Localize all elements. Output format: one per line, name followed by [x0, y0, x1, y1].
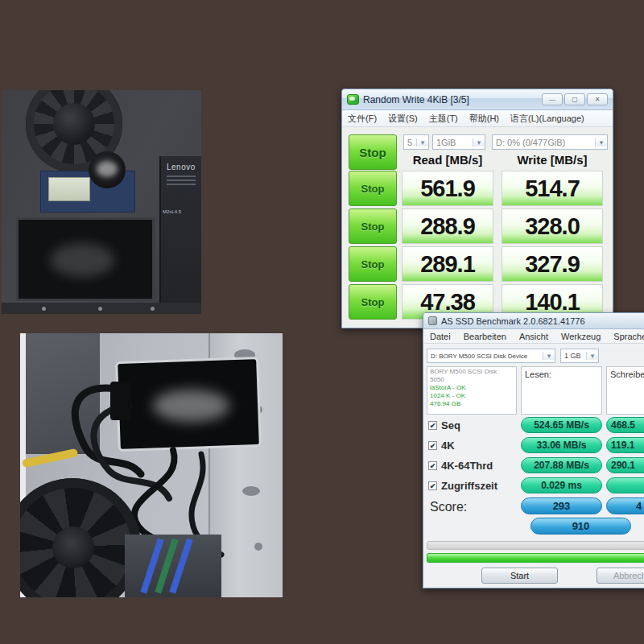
asssd-window: AS SSD Benchmark 2.0.6821.41776 Datei Be…: [423, 312, 644, 588]
screw: [42, 307, 46, 311]
coin-battery-label: [97, 161, 118, 177]
stop-all-button[interactable]: Stop: [349, 134, 397, 170]
screw: [151, 307, 155, 311]
seq-checkbox[interactable]: ✔: [428, 421, 437, 430]
cdm-titlebar[interactable]: Random Write 4KiB [3/5] — ▢ ✕: [342, 89, 613, 110]
read-column-header: Read [MB/s]: [402, 153, 493, 167]
access-label: Zugriffszeit: [441, 480, 497, 492]
menu-werkzeug[interactable]: Werkzeug: [555, 332, 607, 341]
asssd-app-icon: [428, 316, 437, 325]
test-size-select[interactable]: 1GiB ▾: [432, 134, 485, 150]
write-value-row2: 328.0: [502, 208, 603, 244]
battery-label-line: [167, 184, 196, 185]
menu-sprache[interactable]: Sprache: [607, 332, 644, 341]
asssd-drive-select[interactable]: D: BORY M500 SCSI Disk Device ▾: [427, 349, 555, 363]
screw: [98, 307, 102, 311]
menu-theme[interactable]: 主题(T): [423, 113, 464, 125]
menu-file[interactable]: 文件(F): [342, 113, 382, 125]
menu-ansicht[interactable]: Ansicht: [513, 332, 555, 341]
close-button[interactable]: ✕: [587, 93, 608, 105]
menu-bearbeiten[interactable]: Bearbeiten: [457, 332, 513, 341]
access-checkbox[interactable]: ✔: [428, 481, 437, 490]
motherboard-area: [125, 535, 221, 597]
chevron-down-icon: ▾: [586, 352, 598, 360]
alignment-status: 1024 K - OK: [427, 391, 516, 399]
cdm-menubar: 文件(F) 设置(S) 主题(T) 帮助(H) 语言(L)(Language): [342, 110, 613, 127]
drive-value: D: 0% (0/477GiB): [493, 138, 595, 147]
score-read-value: 293: [521, 497, 602, 514]
4k-label: 4K: [441, 440, 455, 452]
seq-read-value: 524.65 MB/s: [521, 417, 602, 433]
driver-status: iaStorA - OK: [427, 383, 516, 391]
menu-datei[interactable]: Datei: [423, 332, 457, 341]
wifi-module: [48, 177, 90, 201]
seq-write-value: 468.5: [606, 417, 644, 433]
read-value-row1: 561.9: [402, 171, 493, 206]
4k-write-value: 119.1: [606, 437, 644, 453]
seq-row-label: ✔ Seq: [428, 419, 460, 431]
menu-help[interactable]: 帮助(H): [464, 113, 505, 125]
asssd-size-select[interactable]: 1 GB ▾: [560, 349, 599, 363]
lenovo-logo: Lenovo: [161, 156, 201, 173]
read-header-panel: Lesen:: [521, 366, 602, 415]
asssd-drive-value: D: BORY M500 SCSI Disk Device: [427, 353, 543, 360]
progress-track: [427, 541, 644, 550]
score-label: Score:: [430, 500, 467, 514]
m2-slot-label: M2xL4.5: [163, 209, 181, 214]
4k64-read-value: 207.88 MB/s: [521, 457, 602, 473]
test-size-value: 1GiB: [433, 138, 473, 147]
write-value-row1: 514.7: [502, 171, 603, 206]
laptop-internals-photo: Lenovo M2xL4.5: [2, 90, 201, 314]
score-total-value: 910: [530, 518, 631, 535]
4k64-row-label: ✔ 4K-64Thrd: [428, 460, 493, 472]
menu-settings[interactable]: 设置(S): [382, 113, 423, 125]
stop-row3-button[interactable]: Stop: [349, 246, 397, 282]
4k64-write-value: 290.1: [606, 457, 644, 473]
4k64-checkbox[interactable]: ✔: [428, 461, 437, 470]
drive-info-panel: BORY M500 SCSI Disk 5050 iaStorA - OK 10…: [427, 366, 517, 415]
write-column-label: Schreiben:: [607, 367, 644, 382]
seq-label: Seq: [441, 419, 460, 431]
maximize-button[interactable]: ▢: [564, 93, 585, 105]
case-fan-hub: [52, 526, 94, 568]
read-column-label: Lesen:: [522, 367, 601, 382]
access-write-value: 0.11: [606, 477, 644, 493]
asssd-titlebar[interactable]: AS SSD Benchmark 2.0.6821.41776: [423, 313, 644, 329]
cdm-client-area: Stop 5 ▾ 1GiB ▾ D: 0% (0/477GiB) ▾ Read …: [342, 127, 613, 328]
lenovo-battery: Lenovo: [159, 156, 201, 303]
drive-capacity: 476.94 GB: [427, 399, 516, 407]
progress-bar: [427, 553, 644, 563]
drive-name: BORY M500 SCSI Disk: [427, 367, 516, 375]
laptop-fan-hub: [53, 103, 95, 145]
write-column-header: Write [MB/s]: [502, 153, 603, 167]
minimize-button[interactable]: —: [542, 93, 563, 105]
4k-checkbox[interactable]: ✔: [428, 441, 437, 450]
read-value-row2: 288.9: [402, 208, 493, 244]
stop-row4-button[interactable]: Stop: [349, 284, 397, 320]
drive-select[interactable]: D: 0% (0/477GiB) ▾: [492, 134, 608, 150]
score-write-value: 4: [606, 497, 644, 514]
access-read-value: 0.029 ms: [521, 477, 602, 493]
cdm-app-icon: [347, 94, 359, 105]
cancel-button[interactable]: Abbrechen: [597, 568, 644, 584]
stop-row1-button[interactable]: Stop: [349, 171, 397, 206]
asssd-menubar: Datei Bearbeiten Ansicht Werkzeug Sprach…: [423, 329, 644, 344]
asssd-size-value: 1 GB: [561, 352, 586, 360]
battery-label-line: [167, 175, 196, 177]
write-value-row3: 327.9: [502, 246, 603, 282]
drive-firmware: 5050: [427, 375, 516, 383]
4k-read-value: 33.06 MB/s: [521, 437, 602, 453]
battery-label-line: [167, 180, 196, 181]
cdm-window-title: Random Write 4KiB [3/5]: [363, 94, 469, 105]
access-row-label: ✔ Zugriffszeit: [428, 480, 497, 492]
menu-language[interactable]: 语言(L)(Language): [505, 113, 590, 125]
start-button[interactable]: Start: [481, 568, 558, 584]
chevron-down-icon: ▾: [416, 138, 428, 147]
write-header-panel: Schreiben:: [606, 366, 644, 415]
stop-row2-button[interactable]: Stop: [349, 208, 397, 244]
4k-row-label: ✔ 4K: [428, 440, 455, 452]
cdm-window: Random Write 4KiB [3/5] — ▢ ✕ 文件(F) 设置(S…: [341, 89, 613, 328]
desktop-internals-photo: [20, 333, 283, 597]
test-count-select[interactable]: 5 ▾: [403, 134, 429, 150]
laptop-ssd-blurred-label: [50, 243, 114, 277]
